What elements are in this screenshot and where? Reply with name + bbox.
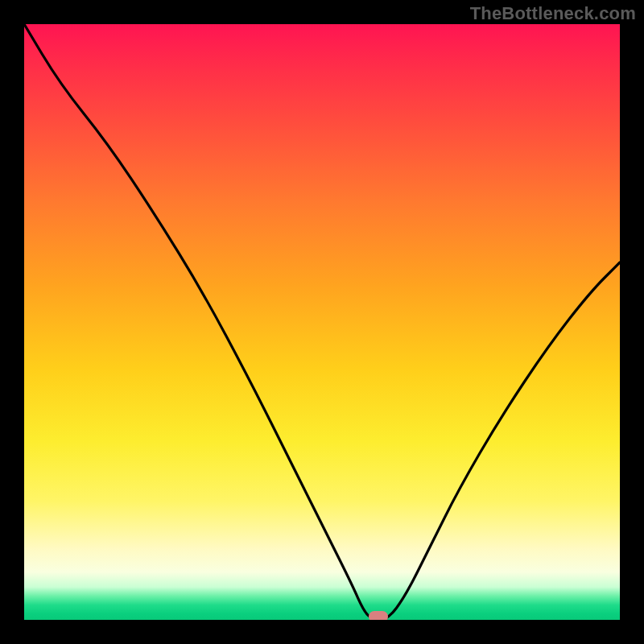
optimal-point-marker bbox=[369, 611, 388, 620]
chart-frame: TheBottleneck.com bbox=[0, 0, 644, 644]
plot-area bbox=[24, 24, 620, 620]
watermark-text: TheBottleneck.com bbox=[470, 3, 636, 24]
bottleneck-curve bbox=[24, 24, 620, 620]
curve-path bbox=[24, 24, 620, 620]
